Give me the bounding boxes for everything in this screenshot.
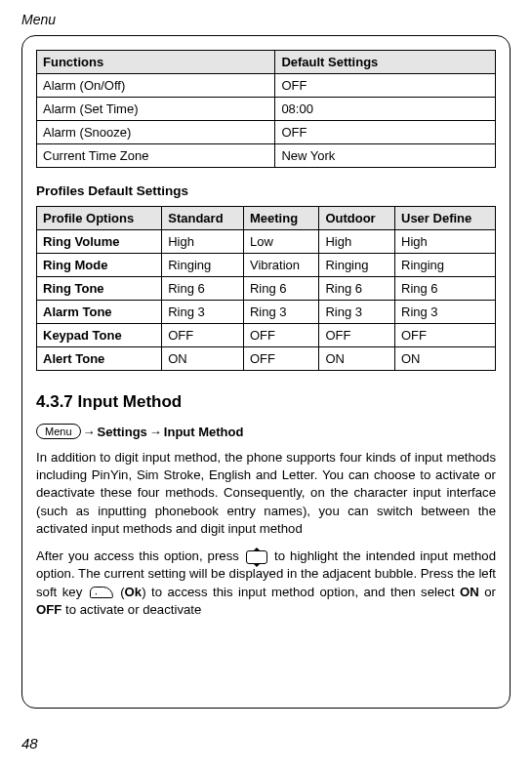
cell: Ringing [162,254,244,277]
cell: Ring 6 [319,277,395,301]
arrow-icon: → [149,425,162,439]
table-row: Ring Mode Ringing Vibration Ringing Ring… [37,254,496,277]
cell: High [162,230,244,254]
table-row: Keypad Tone OFF OFF OFF OFF [37,324,496,347]
breadcrumb-step: Settings [98,425,147,439]
cell: Ring 6 [162,277,244,301]
row-label: Alert Tone [37,347,162,371]
cell-value: OFF [275,121,496,144]
cell: High [319,230,395,254]
cell: OFF [243,324,318,347]
cell: Ringing [319,254,395,277]
cell-function: Alarm (Set Time) [37,98,275,121]
col-functions: Functions [37,51,275,74]
nav-key-icon [246,550,267,564]
page-header: Menu [21,12,511,27]
ok-label: Ok [125,585,143,599]
cell: High [395,230,496,254]
cell-function: Alarm (On/Off) [37,74,275,98]
text-fragment: ) to access this input method option, an… [142,585,460,599]
cell: Ring 3 [243,301,318,324]
cell: Ring 6 [395,277,496,301]
profiles-heading: Profiles Default Settings [36,183,496,198]
profiles-table: Profile Options Standard Meeting Outdoor… [36,206,496,371]
cell-function: Current Time Zone [37,144,275,168]
cell: OFF [319,324,395,347]
cell-value: OFF [275,74,496,98]
cell: Ring 6 [243,277,318,301]
cell-value: 08:00 [275,98,496,121]
menu-pill-icon: Menu [36,424,81,439]
col-user-define: User Define [395,207,496,230]
section-title: 4.3.7 Input Method [36,392,496,412]
table-row: Alarm (On/Off) OFF [37,74,496,98]
breadcrumb: Menu→Settings→Input Method [36,424,496,439]
breadcrumb-step: Input Method [164,425,244,439]
text-fragment: After you access this option, press [36,548,244,563]
cell: Ring 3 [319,301,395,324]
cell: OFF [395,324,496,347]
table-row: Alarm (Snooze) OFF [37,121,496,144]
off-label: OFF [36,602,61,617]
cell: ON [319,347,395,371]
col-standard: Standard [162,207,244,230]
cell: Low [243,230,318,254]
table-row: Alarm (Set Time) 08:00 [37,98,496,121]
cell: ON [162,347,244,371]
page-number: 48 [21,735,38,751]
table-header-row: Functions Default Settings [37,51,496,74]
cell: Vibration [243,254,318,277]
text-fragment: ( [115,585,125,599]
table-row: Ring Volume High Low High High [37,230,496,254]
arrow-icon: → [83,425,96,439]
table-row: Current Time Zone New York [37,144,496,168]
left-soft-key-icon [90,587,113,598]
col-profile-options: Profile Options [37,207,162,230]
table-row: Alarm Tone Ring 3 Ring 3 Ring 3 Ring 3 [37,301,496,324]
cell: OFF [162,324,244,347]
col-meeting: Meeting [243,207,318,230]
row-label: Ring Mode [37,254,162,277]
content-frame: Functions Default Settings Alarm (On/Off… [21,35,511,709]
text-fragment: or [479,585,496,599]
cell: Ringing [395,254,496,277]
cell: ON [395,347,496,371]
row-label: Keypad Tone [37,324,162,347]
table-header-row: Profile Options Standard Meeting Outdoor… [37,207,496,230]
cell: Ring 3 [395,301,496,324]
paragraph: After you access this option, press to h… [36,548,496,619]
functions-table: Functions Default Settings Alarm (On/Off… [36,50,496,168]
table-row: Alert Tone ON OFF ON ON [37,347,496,371]
row-label: Ring Tone [37,277,162,301]
paragraph: In addition to digit input method, the p… [36,449,496,538]
row-label: Alarm Tone [37,301,162,324]
row-label: Ring Volume [37,230,162,254]
cell: Ring 3 [162,301,244,324]
col-default-settings: Default Settings [275,51,496,74]
table-row: Ring Tone Ring 6 Ring 6 Ring 6 Ring 6 [37,277,496,301]
cell-function: Alarm (Snooze) [37,121,275,144]
text-fragment: to activate or deactivate [61,602,201,617]
col-outdoor: Outdoor [319,207,395,230]
cell-value: New York [275,144,496,168]
cell: OFF [243,347,318,371]
on-label: ON [460,585,479,599]
